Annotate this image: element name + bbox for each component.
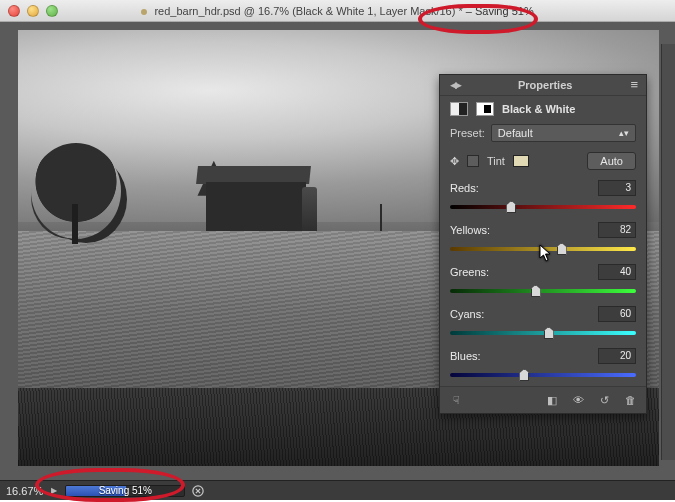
sliders-group: Reds:3Yellows:82Greens:40Cyans:60Blues:2… (440, 176, 646, 386)
window-title-saving: – Saving 51% (466, 5, 534, 17)
targeted-adjust-icon[interactable]: ✥ (450, 155, 459, 168)
slider-label-blues: Blues: (450, 350, 481, 362)
slider-value-cyans[interactable]: 60 (598, 306, 636, 322)
reset-icon[interactable]: ↺ (596, 393, 612, 407)
panel-tab-properties[interactable]: Properties (518, 79, 572, 91)
panel-menu-icon[interactable]: ≡ (630, 81, 638, 89)
slider-label-greens: Greens: (450, 266, 489, 278)
slider-track-reds[interactable] (450, 202, 636, 212)
slider-row-yellows: Yellows:82 (440, 218, 646, 260)
tint-row: ✥ Tint Auto (440, 146, 646, 176)
save-progress-bar: Saving 51% (65, 485, 185, 497)
auto-button[interactable]: Auto (587, 152, 636, 170)
adjustment-header: Black & White (440, 96, 646, 120)
slider-label-cyans: Cyans: (450, 308, 484, 320)
slider-track-greens[interactable] (450, 286, 636, 296)
window-controls (8, 5, 58, 17)
slider-track-blues[interactable] (450, 370, 636, 380)
status-bar: 16.67% ▶ Saving 51% (0, 480, 675, 500)
panel-collapse-arrows-icon[interactable]: ◀▶ (450, 80, 460, 90)
slider-thumb-greens[interactable] (531, 285, 541, 297)
zoom-window-button[interactable] (46, 5, 58, 17)
save-progress-group: Saving 51% (65, 484, 205, 498)
preset-value: Default (498, 127, 533, 139)
minimize-window-button[interactable] (27, 5, 39, 17)
slider-row-blues: Blues:20 (440, 344, 646, 386)
slider-thumb-blues[interactable] (519, 369, 529, 381)
slider-row-greens: Greens:40 (440, 260, 646, 302)
slider-thumb-reds[interactable] (506, 201, 516, 213)
clip-icon[interactable]: ◧ (544, 393, 560, 407)
layer-mask-icon[interactable] (476, 102, 494, 116)
properties-panel[interactable]: ◀▶ Properties ≡ Black & White Preset: De… (439, 74, 647, 414)
document-modified-dot-icon (141, 9, 147, 15)
adjustment-name: Black & White (502, 103, 575, 115)
save-progress-text: Saving 51% (66, 486, 184, 496)
slider-track-yellows[interactable] (450, 244, 636, 254)
slider-label-yellows: Yellows: (450, 224, 490, 236)
panel-header[interactable]: ◀▶ Properties ≡ (440, 75, 646, 96)
panel-tabs: Properties (518, 79, 572, 91)
slider-track-cyans[interactable] (450, 328, 636, 338)
preset-label: Preset: (450, 127, 485, 139)
vertical-scrollbar[interactable] (661, 44, 675, 460)
window-title-main: red_barn_hdr.psd @ 16.7% (Black & White … (154, 5, 462, 17)
tint-label: Tint (487, 155, 505, 167)
slider-thumb-cyans[interactable] (544, 327, 554, 339)
slider-value-reds[interactable]: 3 (598, 180, 636, 196)
preset-row: Preset: Default ▴▾ (440, 120, 646, 146)
trash-icon[interactable]: 🗑 (622, 393, 638, 407)
panel-footer: ☟ ◧ 👁 ↺ 🗑 (440, 386, 646, 413)
canvas-area[interactable]: ◀▶ Properties ≡ Black & White Preset: De… (0, 22, 675, 480)
eye-icon[interactable]: 👁 (570, 393, 586, 407)
slider-label-reds: Reds: (450, 182, 479, 194)
slider-value-yellows[interactable]: 82 (598, 222, 636, 238)
slider-thumb-yellows[interactable] (557, 243, 567, 255)
slider-row-reds: Reds:3 (440, 176, 646, 218)
window-title: red_barn_hdr.psd @ 16.7% (Black & White … (8, 5, 667, 17)
scrubby-icon[interactable]: ☟ (448, 393, 464, 407)
preset-select[interactable]: Default ▴▾ (491, 124, 636, 142)
cancel-save-button[interactable] (191, 484, 205, 498)
status-menu-chevron-icon[interactable]: ▶ (51, 486, 57, 495)
tint-checkbox[interactable] (467, 155, 479, 167)
tint-color-swatch[interactable] (513, 155, 529, 167)
slider-value-blues[interactable]: 20 (598, 348, 636, 364)
slider-value-greens[interactable]: 40 (598, 264, 636, 280)
close-window-button[interactable] (8, 5, 20, 17)
window-titlebar: red_barn_hdr.psd @ 16.7% (Black & White … (0, 0, 675, 22)
bw-adjustment-icon (450, 102, 468, 116)
zoom-readout[interactable]: 16.67% (6, 485, 43, 497)
slider-row-cyans: Cyans:60 (440, 302, 646, 344)
chevron-updown-icon: ▴▾ (619, 128, 629, 138)
